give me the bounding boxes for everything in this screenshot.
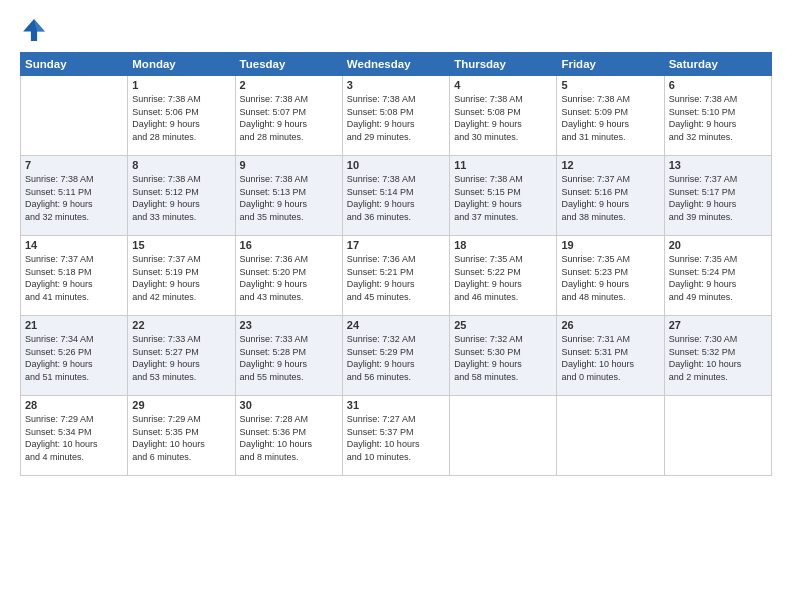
day-info: Sunrise: 7:37 AM Sunset: 5:17 PM Dayligh… <box>669 173 767 223</box>
calendar-cell: 24Sunrise: 7:32 AM Sunset: 5:29 PM Dayli… <box>342 316 449 396</box>
header-tuesday: Tuesday <box>235 53 342 76</box>
calendar-cell: 5Sunrise: 7:38 AM Sunset: 5:09 PM Daylig… <box>557 76 664 156</box>
logo-icon <box>20 16 48 44</box>
day-number: 20 <box>669 239 767 251</box>
header-friday: Friday <box>557 53 664 76</box>
calendar-cell: 2Sunrise: 7:38 AM Sunset: 5:07 PM Daylig… <box>235 76 342 156</box>
calendar-cell: 28Sunrise: 7:29 AM Sunset: 5:34 PM Dayli… <box>21 396 128 476</box>
day-info: Sunrise: 7:29 AM Sunset: 5:35 PM Dayligh… <box>132 413 230 463</box>
calendar-cell <box>450 396 557 476</box>
day-info: Sunrise: 7:35 AM Sunset: 5:22 PM Dayligh… <box>454 253 552 303</box>
day-info: Sunrise: 7:37 AM Sunset: 5:16 PM Dayligh… <box>561 173 659 223</box>
day-info: Sunrise: 7:34 AM Sunset: 5:26 PM Dayligh… <box>25 333 123 383</box>
page: SundayMondayTuesdayWednesdayThursdayFrid… <box>0 0 792 612</box>
calendar-cell: 3Sunrise: 7:38 AM Sunset: 5:08 PM Daylig… <box>342 76 449 156</box>
day-info: Sunrise: 7:32 AM Sunset: 5:29 PM Dayligh… <box>347 333 445 383</box>
day-number: 3 <box>347 79 445 91</box>
calendar-cell: 14Sunrise: 7:37 AM Sunset: 5:18 PM Dayli… <box>21 236 128 316</box>
day-info: Sunrise: 7:38 AM Sunset: 5:11 PM Dayligh… <box>25 173 123 223</box>
calendar-cell: 31Sunrise: 7:27 AM Sunset: 5:37 PM Dayli… <box>342 396 449 476</box>
day-number: 4 <box>454 79 552 91</box>
week-row-2: 14Sunrise: 7:37 AM Sunset: 5:18 PM Dayli… <box>21 236 772 316</box>
day-info: Sunrise: 7:36 AM Sunset: 5:20 PM Dayligh… <box>240 253 338 303</box>
calendar-cell: 9Sunrise: 7:38 AM Sunset: 5:13 PM Daylig… <box>235 156 342 236</box>
header <box>20 16 772 44</box>
day-info: Sunrise: 7:38 AM Sunset: 5:06 PM Dayligh… <box>132 93 230 143</box>
day-number: 27 <box>669 319 767 331</box>
day-number: 10 <box>347 159 445 171</box>
day-number: 31 <box>347 399 445 411</box>
calendar-cell: 23Sunrise: 7:33 AM Sunset: 5:28 PM Dayli… <box>235 316 342 396</box>
day-number: 11 <box>454 159 552 171</box>
day-info: Sunrise: 7:32 AM Sunset: 5:30 PM Dayligh… <box>454 333 552 383</box>
calendar-cell: 6Sunrise: 7:38 AM Sunset: 5:10 PM Daylig… <box>664 76 771 156</box>
day-info: Sunrise: 7:33 AM Sunset: 5:27 PM Dayligh… <box>132 333 230 383</box>
day-info: Sunrise: 7:33 AM Sunset: 5:28 PM Dayligh… <box>240 333 338 383</box>
day-number: 8 <box>132 159 230 171</box>
day-number: 21 <box>25 319 123 331</box>
calendar-cell: 10Sunrise: 7:38 AM Sunset: 5:14 PM Dayli… <box>342 156 449 236</box>
calendar-cell: 11Sunrise: 7:38 AM Sunset: 5:15 PM Dayli… <box>450 156 557 236</box>
calendar-cell: 26Sunrise: 7:31 AM Sunset: 5:31 PM Dayli… <box>557 316 664 396</box>
calendar-cell: 22Sunrise: 7:33 AM Sunset: 5:27 PM Dayli… <box>128 316 235 396</box>
day-info: Sunrise: 7:38 AM Sunset: 5:14 PM Dayligh… <box>347 173 445 223</box>
day-info: Sunrise: 7:27 AM Sunset: 5:37 PM Dayligh… <box>347 413 445 463</box>
calendar-cell: 27Sunrise: 7:30 AM Sunset: 5:32 PM Dayli… <box>664 316 771 396</box>
calendar-cell <box>557 396 664 476</box>
calendar-cell: 7Sunrise: 7:38 AM Sunset: 5:11 PM Daylig… <box>21 156 128 236</box>
day-info: Sunrise: 7:38 AM Sunset: 5:13 PM Dayligh… <box>240 173 338 223</box>
day-number: 16 <box>240 239 338 251</box>
calendar-table: SundayMondayTuesdayWednesdayThursdayFrid… <box>20 52 772 476</box>
day-number: 26 <box>561 319 659 331</box>
calendar-cell: 15Sunrise: 7:37 AM Sunset: 5:19 PM Dayli… <box>128 236 235 316</box>
day-info: Sunrise: 7:38 AM Sunset: 5:08 PM Dayligh… <box>347 93 445 143</box>
day-number: 6 <box>669 79 767 91</box>
calendar-cell: 12Sunrise: 7:37 AM Sunset: 5:16 PM Dayli… <box>557 156 664 236</box>
day-info: Sunrise: 7:37 AM Sunset: 5:18 PM Dayligh… <box>25 253 123 303</box>
calendar-cell: 1Sunrise: 7:38 AM Sunset: 5:06 PM Daylig… <box>128 76 235 156</box>
calendar-cell <box>21 76 128 156</box>
day-info: Sunrise: 7:38 AM Sunset: 5:10 PM Dayligh… <box>669 93 767 143</box>
day-info: Sunrise: 7:31 AM Sunset: 5:31 PM Dayligh… <box>561 333 659 383</box>
day-number: 30 <box>240 399 338 411</box>
day-info: Sunrise: 7:37 AM Sunset: 5:19 PM Dayligh… <box>132 253 230 303</box>
calendar-cell: 17Sunrise: 7:36 AM Sunset: 5:21 PM Dayli… <box>342 236 449 316</box>
header-wednesday: Wednesday <box>342 53 449 76</box>
calendar-cell: 20Sunrise: 7:35 AM Sunset: 5:24 PM Dayli… <box>664 236 771 316</box>
calendar-cell: 13Sunrise: 7:37 AM Sunset: 5:17 PM Dayli… <box>664 156 771 236</box>
header-saturday: Saturday <box>664 53 771 76</box>
day-number: 18 <box>454 239 552 251</box>
day-info: Sunrise: 7:30 AM Sunset: 5:32 PM Dayligh… <box>669 333 767 383</box>
week-row-4: 28Sunrise: 7:29 AM Sunset: 5:34 PM Dayli… <box>21 396 772 476</box>
day-info: Sunrise: 7:38 AM Sunset: 5:15 PM Dayligh… <box>454 173 552 223</box>
day-number: 9 <box>240 159 338 171</box>
calendar-cell: 25Sunrise: 7:32 AM Sunset: 5:30 PM Dayli… <box>450 316 557 396</box>
day-number: 5 <box>561 79 659 91</box>
header-thursday: Thursday <box>450 53 557 76</box>
header-sunday: Sunday <box>21 53 128 76</box>
day-info: Sunrise: 7:35 AM Sunset: 5:24 PM Dayligh… <box>669 253 767 303</box>
day-info: Sunrise: 7:38 AM Sunset: 5:09 PM Dayligh… <box>561 93 659 143</box>
week-row-3: 21Sunrise: 7:34 AM Sunset: 5:26 PM Dayli… <box>21 316 772 396</box>
calendar-cell: 21Sunrise: 7:34 AM Sunset: 5:26 PM Dayli… <box>21 316 128 396</box>
day-info: Sunrise: 7:38 AM Sunset: 5:07 PM Dayligh… <box>240 93 338 143</box>
day-info: Sunrise: 7:36 AM Sunset: 5:21 PM Dayligh… <box>347 253 445 303</box>
logo <box>20 16 52 44</box>
day-number: 2 <box>240 79 338 91</box>
day-number: 24 <box>347 319 445 331</box>
day-number: 25 <box>454 319 552 331</box>
day-info: Sunrise: 7:29 AM Sunset: 5:34 PM Dayligh… <box>25 413 123 463</box>
day-number: 23 <box>240 319 338 331</box>
day-number: 7 <box>25 159 123 171</box>
day-info: Sunrise: 7:28 AM Sunset: 5:36 PM Dayligh… <box>240 413 338 463</box>
calendar-cell <box>664 396 771 476</box>
calendar-cell: 18Sunrise: 7:35 AM Sunset: 5:22 PM Dayli… <box>450 236 557 316</box>
calendar-cell: 30Sunrise: 7:28 AM Sunset: 5:36 PM Dayli… <box>235 396 342 476</box>
calendar-cell: 8Sunrise: 7:38 AM Sunset: 5:12 PM Daylig… <box>128 156 235 236</box>
header-monday: Monday <box>128 53 235 76</box>
day-number: 13 <box>669 159 767 171</box>
day-info: Sunrise: 7:38 AM Sunset: 5:12 PM Dayligh… <box>132 173 230 223</box>
day-number: 22 <box>132 319 230 331</box>
day-number: 15 <box>132 239 230 251</box>
day-number: 14 <box>25 239 123 251</box>
